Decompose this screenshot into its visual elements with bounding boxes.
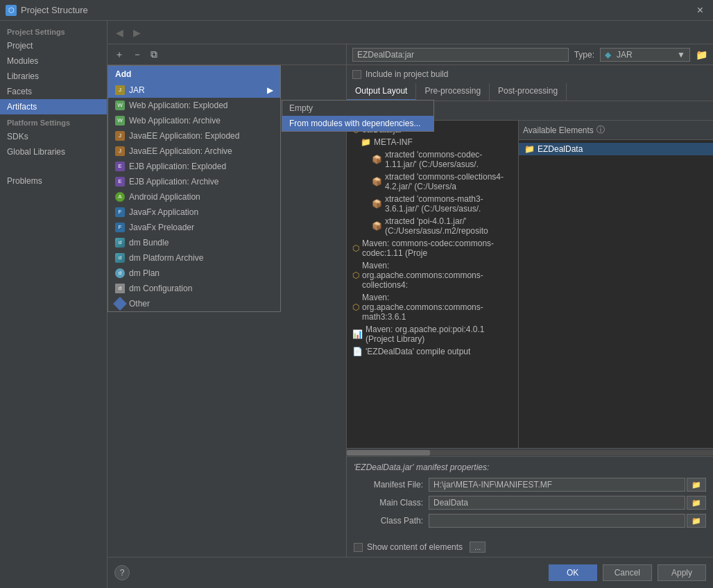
help-button[interactable]: ? (114, 565, 130, 580)
manifest-file-browse-btn[interactable]: 📁 (687, 478, 706, 492)
title-bar: ⬡ Project Structure × (0, 0, 713, 21)
sidebar-item-sdks[interactable]: SDKs (0, 129, 107, 144)
available-elements-label: Available Elements (523, 126, 594, 135)
manifest-file-label: Manifest File: (354, 480, 423, 490)
javaee-exploded-icon: J (115, 131, 125, 141)
tab-output-layout[interactable]: Output Layout (347, 83, 416, 101)
tree-item-extracted3[interactable]: 📦 xtracted 'commons-math3-3.6.1.jar/' (C… (347, 193, 518, 215)
tab-pre-processing[interactable]: Pre-processing (416, 83, 490, 101)
dropdown-item-dm-bundle[interactable]: d dm Bundle (108, 235, 280, 250)
main-class-row: Main Class: 📁 (354, 496, 706, 510)
artifact-name-bar: Type: ◆ JAR ▼ 📁 (347, 44, 713, 65)
class-path-row: Class Path: 📁 (354, 514, 706, 528)
add-button[interactable]: ＋ (112, 47, 127, 62)
dropdown-item-android[interactable]: A Android Application (108, 189, 280, 205)
project-settings-label: Project Settings (0, 24, 107, 38)
dropdown-item-dm-plan[interactable]: d dm Plan (108, 266, 280, 281)
dropdown-item-dm-platform[interactable]: d dm Platform Archive (108, 250, 280, 266)
window-title: Project Structure (21, 5, 693, 15)
avail-item-ezdealdata[interactable]: 📁 EZDealData (519, 143, 713, 155)
dropdown-item-web-app-archive[interactable]: W Web Application: Archive (108, 113, 280, 128)
manifest-file-input[interactable] (429, 478, 685, 492)
type-select[interactable]: ◆ JAR ▼ (600, 48, 690, 62)
artifact-name-input[interactable] (352, 48, 569, 62)
tree-item-maven2[interactable]: ⬡ Maven: org.apache.commons:commons-coll… (347, 259, 518, 291)
sub-menu-empty[interactable]: Empty (282, 101, 433, 116)
back-button[interactable]: ◀ (113, 26, 126, 40)
sidebar-item-facets[interactable]: Facets (0, 84, 107, 99)
dropdown-item-ejb-exploded[interactable]: E EJB Application: Exploded (108, 159, 280, 174)
show-content-label: Show content of elements (367, 542, 463, 552)
dropdown-item-other[interactable]: Other (108, 296, 280, 311)
include-label: Include in project build (366, 69, 448, 79)
sidebar-item-problems[interactable]: Problems (0, 173, 107, 189)
forward-button[interactable]: ▶ (130, 26, 144, 40)
tab-post-processing[interactable]: Post-processing (490, 83, 567, 101)
available-help-icon[interactable]: ⓘ (596, 124, 605, 136)
manifest-section: 'EZDealData.jar' manifest properties: Ma… (347, 456, 713, 537)
include-checkbox[interactable] (352, 70, 361, 79)
add-dropdown: Add J JAR ▶ Empty From modules with depe… (108, 65, 281, 312)
sidebar-item-artifacts[interactable]: Artifacts (0, 99, 107, 114)
nav-toolbar: ◀ ▶ (108, 21, 713, 44)
tree-item-extracted4[interactable]: 📦 xtracted 'poi-4.0.1.jar/' (C:/Users/as… (347, 215, 518, 237)
output-dir-button[interactable]: 📁 (696, 49, 707, 60)
dropdown-item-javafx[interactable]: F JavaFx Application (108, 205, 280, 220)
ejb-archive-icon: E (115, 177, 125, 187)
show-content-checkbox[interactable] (354, 543, 363, 552)
cancel-button[interactable]: Cancel (603, 564, 652, 581)
tree-item-meta-inf[interactable]: 📁 META-INF (347, 136, 518, 148)
output-tree: ⬡ ealData.jar 📁 META-INF 📦 xtracted 'com… (347, 121, 519, 448)
tabs-bar: Output Layout Pre-processing Post-proces… (347, 83, 713, 101)
manifest-title: 'EZDealData.jar' manifest properties: (354, 462, 706, 472)
show-content-extra-btn[interactable]: ... (470, 542, 486, 553)
class-path-input[interactable] (429, 514, 685, 528)
dropdown-item-javafx-preloader[interactable]: F JavaFx Preloader (108, 220, 280, 235)
apply-button[interactable]: Apply (658, 564, 706, 581)
available-panel: Available Elements ⓘ 📁 EZDealData (519, 121, 713, 448)
dropdown-item-javaee-archive[interactable]: J JavaEE Application: Archive (108, 144, 280, 159)
class-path-browse-btn[interactable]: 📁 (687, 514, 706, 528)
class-path-label: Class Path: (354, 516, 423, 526)
tree-item-compile-output[interactable]: 📄 'EZDealData' compile output (347, 345, 518, 358)
sidebar-item-project[interactable]: Project (0, 38, 107, 53)
remove-button[interactable]: － (130, 47, 145, 62)
add-menu-header: ＋ － ⧉ (108, 44, 346, 65)
maven-icon-4: 📊 (352, 329, 363, 339)
maven-icon-3: ⬡ (352, 302, 359, 312)
maven-icon-1: ⬡ (352, 243, 359, 253)
sub-menu-from-modules[interactable]: From modules with dependencies... (282, 116, 433, 131)
dropdown-item-ejb-archive[interactable]: E EJB Application: Archive (108, 174, 280, 189)
extract-icon-4: 📦 (372, 221, 382, 231)
available-tree: 📁 EZDealData (519, 140, 713, 448)
dropdown-item-dm-config[interactable]: d dm Configuration (108, 281, 280, 296)
tree-item-maven3[interactable]: ⬡ Maven: org.apache.commons:commons-math… (347, 291, 518, 323)
sidebar-item-global-libraries[interactable]: Global Libraries (0, 144, 107, 159)
sidebar-item-libraries[interactable]: Libraries (0, 69, 107, 84)
main-class-input[interactable] (429, 496, 685, 510)
copy-button[interactable]: ⧉ (148, 47, 160, 62)
sidebar-item-modules[interactable]: Modules (0, 53, 107, 69)
close-button[interactable]: × (693, 3, 707, 18)
output-layout: ＋ － ⇅ ▲ ▼ ⬡ ealData.jar (347, 101, 713, 557)
javaee-archive-icon: J (115, 146, 125, 156)
show-content-bar: Show content of elements ... (347, 537, 713, 557)
maven-icon-2: ⬡ (352, 270, 359, 280)
type-dropdown-arrow: ▼ (677, 50, 685, 60)
dropdown-item-web-app-exploded[interactable]: W Web Application: Exploded (108, 98, 280, 113)
content-area: ◀ ▶ ＋ － ⧉ Add J JAR (108, 21, 713, 588)
tree-item-extracted2[interactable]: 📦 xtracted 'commons-collections4-4.2.jar… (347, 171, 518, 193)
ok-button[interactable]: OK (549, 564, 597, 581)
dropdown-item-jar[interactable]: J JAR ▶ Empty From modules with dependen… (108, 83, 280, 98)
tree-item-maven4[interactable]: 📊 Maven: org.apache.poi:poi:4.0.1 (Proje… (347, 323, 518, 345)
arrow-icon: ▶ (267, 85, 273, 95)
avail-folder-icon: 📁 (524, 144, 535, 154)
dropdown-item-javaee-exploded[interactable]: J JavaEE Application: Exploded (108, 128, 280, 144)
h-scroll-thumb[interactable] (347, 450, 430, 456)
main-class-browse-btn[interactable]: 📁 (687, 496, 706, 510)
bottom-buttons: OK Cancel Apply (549, 564, 706, 581)
tree-item-extracted1[interactable]: 📦 xtracted 'commons-codec-1.11.jar/' (C:… (347, 148, 518, 171)
tree-item-maven1[interactable]: ⬡ Maven: commons-codec:commons-codec:1.1… (347, 237, 518, 259)
ejb-exploded-icon: E (115, 162, 125, 171)
h-scrollbar[interactable] (347, 448, 713, 456)
